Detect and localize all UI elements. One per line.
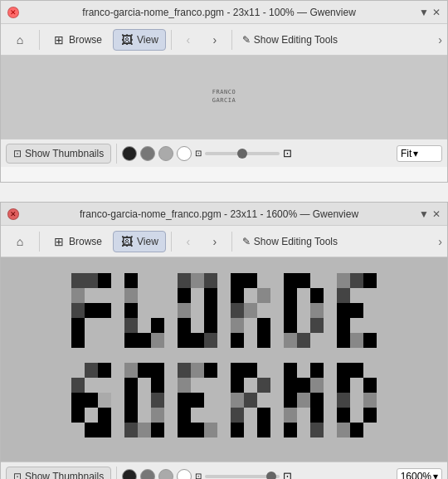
more-icon-2: › xyxy=(438,235,442,248)
window-controls-2: ✕ xyxy=(7,208,19,220)
titlebar-1: ✕ franco-garcia-nome_franco.pgm - 23x11 … xyxy=(1,1,447,24)
color-white-2 xyxy=(177,469,192,480)
window-2: ✕ franco-garcia-nome_franco.pgm - 23x11 … xyxy=(0,202,448,479)
browse-label-1: Browse xyxy=(69,34,102,46)
window-close-x-2[interactable]: ✕ xyxy=(432,208,441,220)
pixel-canvas-2 xyxy=(71,273,377,446)
editing-icon-1: ✎ xyxy=(242,34,251,46)
thumbnails-label-1: Show Thumbnails xyxy=(25,148,104,159)
toolbar-1: ⌂ ⊞ Browse 🖼 View ‹ › ✎ Show Editing Too… xyxy=(1,24,447,56)
color-lgray-1 xyxy=(158,146,173,161)
home-icon-2: ⌂ xyxy=(13,235,27,248)
show-editing-label-1: Show Editing Tools xyxy=(254,34,338,46)
zoom-value-label-2: 1600% xyxy=(401,471,431,480)
view-button-1[interactable]: 🖼 View xyxy=(113,29,166,51)
zoom-small-icon-2: ⊡ xyxy=(195,472,202,479)
browse-icon-1: ⊞ xyxy=(52,33,66,46)
home-icon-1: ⌂ xyxy=(13,33,27,46)
separator-2 xyxy=(171,30,172,50)
prev-button-1[interactable]: ‹ xyxy=(177,28,200,51)
view-label-1: View xyxy=(137,34,158,46)
titlebar-actions-2: ▼ ✕ xyxy=(419,208,441,220)
show-editing-button-2[interactable]: ✎ Show Editing Tools xyxy=(237,232,343,251)
color-black-2 xyxy=(122,469,137,480)
zoom-controls-2: ⊡ ⊡ xyxy=(122,469,392,480)
thumbnails-label-2: Show Thumbnails xyxy=(25,471,104,480)
thumbnails-button-2[interactable]: ⊡ Show Thumbnails xyxy=(6,467,111,480)
zoom-small-icon-1: ⊡ xyxy=(195,149,202,158)
color-dgray-1 xyxy=(140,146,155,161)
separator-bt-1 xyxy=(116,144,117,164)
browse-label-2: Browse xyxy=(69,236,102,247)
window-title-2: franco-garcia-nome_franco.pgm - 23x11 - … xyxy=(24,208,414,220)
close-icon-2: ✕ xyxy=(10,210,17,218)
window-1: ✕ franco-garcia-nome_franco.pgm - 23x11 … xyxy=(0,0,448,183)
home-button-2[interactable]: ⌂ xyxy=(6,231,34,252)
separator-bt-2 xyxy=(116,467,117,480)
window-close-x-1[interactable]: ✕ xyxy=(432,7,441,18)
thumbnails-icon-1: ⊡ xyxy=(13,148,22,159)
view-icon-1: 🖼 xyxy=(120,33,134,46)
separator-5 xyxy=(171,232,172,252)
next-button-1[interactable]: › xyxy=(203,28,226,51)
dropdown-icon-1[interactable]: ▼ xyxy=(419,7,429,18)
titlebar-actions-1: ▼ ✕ xyxy=(419,7,441,18)
image-area-2 xyxy=(1,257,447,462)
zoom-slider-2[interactable] xyxy=(205,475,280,478)
bottom-toolbar-2: ⊡ Show Thumbnails ⊡ ⊡ 1600% ▾ xyxy=(1,462,447,479)
zoom-select-2[interactable]: 1600% ▾ xyxy=(397,468,442,480)
separator-6 xyxy=(231,232,232,252)
titlebar-2: ✕ franco-garcia-nome_franco.pgm - 23x11 … xyxy=(1,203,447,226)
more-button-1[interactable]: › xyxy=(438,33,442,46)
color-dgray-2 xyxy=(140,469,155,480)
separator-3 xyxy=(231,30,232,50)
color-white-1 xyxy=(177,146,192,161)
zoom-large-icon-2: ⊡ xyxy=(283,470,292,479)
dropdown-icon-2[interactable]: ▼ xyxy=(419,208,429,220)
view-label-2: View xyxy=(137,236,158,247)
bottom-toolbar-1: ⊡ Show Thumbnails ⊡ ⊡ Fit ▾ xyxy=(1,139,447,167)
pixel-image-1: FRANCOGARCIA xyxy=(212,89,236,105)
show-editing-button-1[interactable]: ✎ Show Editing Tools xyxy=(237,31,343,49)
separator-4 xyxy=(39,232,40,252)
more-icon-1: › xyxy=(438,33,442,46)
more-button-2[interactable]: › xyxy=(438,235,442,248)
color-black-1 xyxy=(122,146,137,161)
fit-dropdown-icon-1: ▾ xyxy=(413,148,418,159)
browse-icon-2: ⊞ xyxy=(52,235,66,248)
editing-icon-2: ✎ xyxy=(242,236,251,247)
window-title-1: franco-garcia-nome_franco.pgm - 23x11 - … xyxy=(24,7,414,18)
show-editing-label-2: Show Editing Tools xyxy=(254,236,338,247)
browse-button-2[interactable]: ⊞ Browse xyxy=(45,231,110,252)
close-button-2[interactable]: ✕ xyxy=(7,208,19,220)
zoom-large-icon-1: ⊡ xyxy=(283,147,292,159)
view-icon-2: 🖼 xyxy=(120,235,134,248)
window-controls-1: ✕ xyxy=(7,7,19,18)
image-area-1: FRANCOGARCIA xyxy=(1,56,447,139)
toolbar-2: ⌂ ⊞ Browse 🖼 View ‹ › ✎ Show Editing Too… xyxy=(1,226,447,257)
fit-label-1: Fit xyxy=(401,148,411,159)
thumbnails-button-1[interactable]: ⊡ Show Thumbnails xyxy=(6,144,111,164)
close-button-1[interactable]: ✕ xyxy=(7,7,19,18)
zoom-controls-1: ⊡ ⊡ xyxy=(122,146,393,161)
fit-select-1[interactable]: Fit ▾ xyxy=(397,145,442,162)
zoom-dropdown-icon-2: ▾ xyxy=(433,471,438,480)
next-button-2[interactable]: › xyxy=(203,230,226,253)
close-icon-1: ✕ xyxy=(10,8,17,17)
prev-button-2[interactable]: ‹ xyxy=(177,230,200,253)
color-lgray-2 xyxy=(158,469,173,480)
browse-button-1[interactable]: ⊞ Browse xyxy=(45,29,110,51)
home-button-1[interactable]: ⌂ xyxy=(6,29,34,51)
zoom-slider-1[interactable] xyxy=(205,152,280,155)
thumbnails-icon-2: ⊡ xyxy=(13,471,22,480)
view-button-2[interactable]: 🖼 View xyxy=(113,231,166,252)
separator-1 xyxy=(39,30,40,50)
